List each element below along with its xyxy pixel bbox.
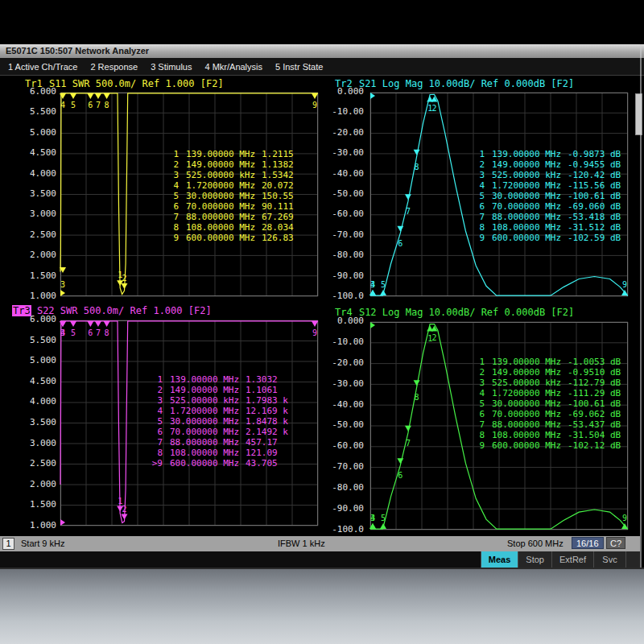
marker-value: -0.9455 dB (568, 159, 621, 170)
marker-frequency: 149.00000 MHz (490, 159, 561, 170)
marker-number-label: 8 (415, 163, 419, 171)
y-axis-tr3: 6.0005.5005.0004.5004.0003.5003.0002.500… (18, 315, 56, 530)
y-axis-label: -100.0 (325, 525, 364, 535)
state-sweep[interactable]: Stop (518, 551, 551, 568)
marker-number-label: 7 (406, 207, 411, 216)
trace-settings-tr3: S22 SWR 500.0m/ Ref 1.000 [F2] (37, 305, 212, 316)
marker-row: 41.7200000 MHz20.072 (165, 180, 294, 191)
marker-row: 1139.00000 MHz-1.0053 dB (471, 357, 621, 367)
marker-value: 12.169 k (246, 406, 288, 416)
marker-number: 3 (165, 170, 179, 180)
marker-symbol (380, 290, 386, 295)
marker-number: 1 (471, 357, 485, 367)
marker-row: 670.000000 MHz-69.062 dB (471, 409, 621, 419)
marker-frequency: 70.000000 MHz (490, 201, 561, 212)
window-title-bar[interactable]: E5071C 150:507 Network Analyzer (0, 44, 644, 58)
marker-symbol (380, 523, 386, 529)
marker-number: 1 (165, 149, 179, 159)
y-axis-label: 1.000 (18, 291, 56, 301)
state-meas[interactable]: Meas (481, 551, 518, 568)
y-axis-label: -20.00 (325, 358, 364, 368)
state-bar-pad (625, 551, 640, 568)
menu-item[interactable]: 5 Instr State (275, 62, 323, 72)
marker-row: 9600.00000 MHz126.83 (165, 233, 294, 243)
menu-item[interactable]: 1 Active Ch/Trace (8, 62, 77, 72)
marker-frequency: 88.000000 MHz (184, 212, 255, 222)
marker-number: 4 (165, 180, 179, 191)
marker-frequency: 149.00000 MHz (168, 385, 239, 395)
y-axis-label: -70.00 (325, 230, 364, 240)
marker-number-label: 6 (398, 239, 402, 248)
channel-number-box[interactable]: 1 (2, 538, 14, 550)
page-indicator-badge[interactable]: 16/16 (572, 537, 604, 549)
marker-number: 4 (471, 388, 485, 398)
marker-frequency: 70.000000 MHz (184, 201, 255, 212)
marker-row: 530.000000 MHz150.55 (165, 191, 294, 201)
instrument-state-bar: Meas Stop ExtRef Svc (0, 551, 640, 568)
marker-number: 1 (149, 374, 163, 385)
marker-number: 8 (471, 430, 485, 440)
y-axis-label: -80.00 (325, 250, 364, 260)
marker-number: 8 (471, 222, 485, 233)
marker-row: 8108.00000 MHz-31.512 dB (471, 222, 621, 233)
y-axis-label: -90.00 (325, 271, 364, 281)
y-axis-label: 0.000 (325, 316, 364, 326)
marker-value: -0.9510 dB (568, 367, 621, 378)
marker-number-label: 7 (96, 328, 101, 337)
start-frequency-label: Start 9 kHz (21, 539, 64, 548)
state-extref[interactable]: ExtRef (551, 551, 593, 568)
y-axis-label: -60.00 (325, 441, 364, 451)
marker-value: 90.111 (262, 201, 294, 212)
marker-number: 5 (149, 416, 163, 427)
marker-row: 3525.00000 kHz1.5342 (165, 170, 294, 180)
y-axis-label: 4.500 (18, 377, 56, 386)
menu-item[interactable]: 3 Stimulus (151, 62, 192, 72)
y-axis-tr2: 0.000-10.00-20.00-30.00-40.00-50.00-60.0… (325, 87, 364, 301)
y-axis-label: 6.000 (18, 87, 56, 97)
marker-row: 9600.00000 MHz-102.12 dB (471, 440, 621, 451)
marker-number: 2 (149, 385, 163, 395)
y-axis-label: -50.00 (325, 420, 364, 430)
marker-frequency: 149.00000 MHz (184, 159, 255, 170)
marker-frequency: 70.000000 MHz (490, 409, 561, 419)
cal-status-badge: C? (606, 537, 625, 549)
marker-row: 788.000000 MHz457.17 (149, 437, 288, 448)
marker-symbol (621, 523, 628, 529)
marker-row: 788.000000 MHz67.269 (165, 212, 294, 222)
state-svc[interactable]: Svc (593, 551, 625, 568)
marker-row: 3525.00000 kHz-120.42 dB (471, 170, 621, 180)
marker-number-label: 8 (105, 328, 109, 337)
marker-frequency: 139.00000 MHz (490, 149, 561, 159)
marker-number-label: 8 (415, 393, 419, 402)
marker-symbol (405, 194, 411, 200)
marker-row: 8108.00000 MHz28.034 (165, 222, 294, 233)
menu-item[interactable]: 4 Mkr/Analysis (204, 62, 262, 72)
y-axis-label: 1.500 (18, 271, 56, 281)
marker-value: -0.9873 dB (568, 149, 621, 159)
trace-header-tr4[interactable]: Tr4 S12 Log Mag 10.00dB/ Ref 0.000dB [F2… (334, 307, 574, 318)
y-axis-label: -100.0 (325, 291, 364, 301)
marker-table-tr1: 1139.00000 MHz1.21152149.00000 MHz1.1382… (165, 118, 294, 243)
marker-number: 3 (471, 378, 485, 388)
marker-row: 2149.00000 MHz1.1382 (165, 159, 294, 170)
y-axis-label: 3.000 (18, 209, 56, 219)
marker-frequency: 108.00000 MHz (184, 222, 255, 233)
marker-number-label: 6 (398, 471, 402, 480)
marker-frequency: 108.00000 MHz (168, 448, 239, 458)
marker-row: 1139.00000 MHz-0.9873 dB (471, 149, 621, 159)
marker-number: 7 (471, 419, 485, 430)
menu-bar: 1 Active Ch/Trace2 Response3 Stimulus4 M… (0, 58, 644, 76)
marker-row: 1139.00000 MHz1.3032 (149, 374, 288, 385)
y-axis-label: 2.000 (18, 250, 56, 260)
trace-header-tr2[interactable]: Tr2 S21 Log Mag 10.00dB/ Ref 0.000dB [F2… (334, 78, 574, 89)
y-axis-label: -50.00 (325, 189, 364, 199)
menu-item[interactable]: 2 Response (90, 62, 138, 72)
marker-number-label: 2 (122, 274, 126, 283)
marker-frequency: 88.000000 MHz (168, 437, 239, 448)
marker-value: -102.59 dB (568, 233, 621, 243)
marker-value: 20.072 (262, 180, 294, 191)
marker-frequency: 30.000000 MHz (490, 191, 561, 201)
marker-value: -69.060 dB (568, 201, 621, 212)
marker-symbol (70, 321, 76, 327)
marker-value: -31.512 dB (568, 222, 621, 233)
